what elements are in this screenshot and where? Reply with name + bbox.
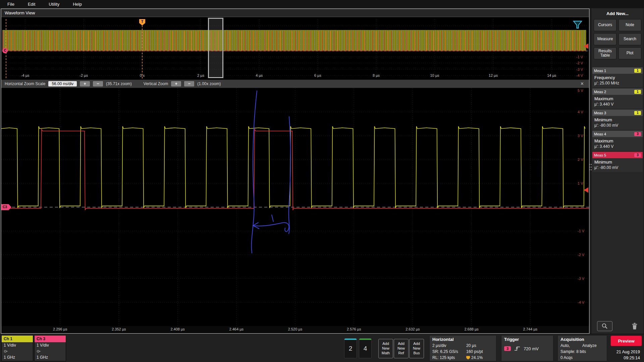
add-new-ref-button[interactable]: AddNewRef <box>394 339 409 358</box>
menu-file[interactable]: File <box>7 2 14 7</box>
add-search-button[interactable]: Search <box>619 33 641 45</box>
measurement-panel[interactable]: Meas 21Maximumµ': 3.440 V <box>592 88 643 109</box>
note-annotation-stroke[interactable] <box>253 223 282 229</box>
add-cursors-button[interactable]: Cursors <box>594 19 616 31</box>
menu-utility[interactable]: Utility <box>49 2 59 7</box>
horizontal-scale: 2 µs/div <box>432 343 466 348</box>
trigger-settings-panel[interactable]: Trigger 3 720 mV <box>501 335 553 361</box>
trigger-source-badge: 3 <box>504 346 511 351</box>
measurement-panel[interactable]: Meas 53Minimumµ': -80.00 mV <box>592 152 643 172</box>
add-measure-button[interactable]: Measure <box>594 33 616 45</box>
channel-4-label: 4 <box>364 345 367 352</box>
overview-channel-marker[interactable]: C <box>2 48 8 53</box>
channel-2-label: 2 <box>349 345 353 352</box>
channel-2-button[interactable]: 2 <box>344 338 357 358</box>
measurement-source-badge: 3 <box>634 153 641 157</box>
trigger-position-icon <box>466 356 470 360</box>
channel-1-bandwidth: 1 GHz <box>2 354 33 360</box>
add-new-bus-button[interactable]: AddNewBus <box>409 339 424 358</box>
channel-1-badge[interactable]: Ch 1 1 V/div 1 GHz <box>1 335 33 361</box>
measurement-name: Meas 1 <box>594 69 606 73</box>
main-time-label: 2.576 µs <box>340 327 367 331</box>
vertical-zoom-out-button[interactable]: − <box>184 81 194 86</box>
horizontal-title: Horizontal <box>432 337 493 342</box>
measurement-panel[interactable]: Meas 43Maximumµ': 3.440 V <box>592 131 643 151</box>
time-text: 09:25:14 <box>606 355 640 361</box>
overview-voltage-label: -3 V <box>576 67 583 71</box>
measurement-source-badge: 3 <box>634 132 641 136</box>
probe-symbol-icon <box>4 350 8 353</box>
measurement-value: µ': 3.440 V <box>592 143 643 151</box>
measurement-header[interactable]: Meas 31 <box>592 110 643 116</box>
channel-3-name[interactable]: Ch 3 <box>35 336 66 342</box>
main-voltage-label: -2 V <box>578 253 585 257</box>
acquisition-title: Acquisition <box>560 337 604 342</box>
sidebar-drag-handle[interactable] <box>589 163 592 172</box>
measurement-value: µ': 3.440 V <box>592 101 643 109</box>
zoom-search-button[interactable] <box>597 321 612 331</box>
measurement-header[interactable]: Meas 21 <box>592 88 643 95</box>
horizontal-record-length: RL: 125 kpts <box>432 355 466 360</box>
overview-voltage-label: -4 V <box>576 73 583 77</box>
main-voltage-label: 4 V <box>578 110 583 114</box>
close-zoom-icon[interactable]: × <box>579 81 586 87</box>
vertical-zoom-in-button[interactable]: + <box>171 81 181 86</box>
horizontal-zoom-in-button[interactable]: + <box>80 81 90 86</box>
measurement-header[interactable]: Meas 11 <box>592 67 643 74</box>
trigger-level-arrow[interactable] <box>584 187 588 193</box>
menu-edit[interactable]: Edit <box>28 2 35 7</box>
main-plot[interactable]: 5 V4 V3 V2 V1 V-1 V-2 V-3 V-4 V C3 2.296… <box>1 88 589 333</box>
measurement-name: Meas 4 <box>594 132 606 136</box>
main-voltage-label: 1 V <box>578 181 583 185</box>
horizontal-settings-panel[interactable]: Horizontal 2 µs/div 20 µs SR: 6.25 GS/s … <box>429 335 496 361</box>
menu-bar: File Edit Utility Help <box>0 0 644 8</box>
probe-symbol-icon <box>37 350 41 353</box>
waveform-view-panel: Waveform View -1 V-2 V-3 V-4 V -4 µs-2 µ… <box>1 8 590 334</box>
horizontal-zoom-scale-value[interactable]: 56.00 ns/div <box>48 81 77 86</box>
note-annotation-stroke[interactable] <box>272 215 273 222</box>
channel-1-name[interactable]: Ch 1 <box>2 336 33 342</box>
horizontal-zoom-out-button[interactable]: − <box>93 81 103 86</box>
note-annotation-stroke[interactable] <box>289 117 290 234</box>
measurement-source-badge: 1 <box>634 69 641 73</box>
measurement-type: Minimum <box>592 158 643 165</box>
vertical-zoom-factor: (1.00x zoom) <box>197 81 221 86</box>
note-annotation-stroke[interactable] <box>282 223 289 232</box>
horizontal-position: 24.1% <box>471 355 483 360</box>
main-time-label: 2.464 µs <box>223 327 250 331</box>
channel-3-badge[interactable]: Ch 3 1 V/div 1 GHz <box>34 335 66 361</box>
channel-3-bandwidth: 1 GHz <box>35 354 66 360</box>
add-new-title: Add New... <box>592 8 643 16</box>
main-voltage-label: 2 V <box>578 158 583 162</box>
zoom-window-box[interactable] <box>208 18 223 78</box>
horizontal-zoom-scale-label: Horizontal Zoom Scale <box>5 81 45 86</box>
main-time-label: 2.352 µs <box>105 327 132 331</box>
main-waveform-svg: 5 V4 V3 V2 V1 V-1 V-2 V-3 V-4 V <box>1 88 589 326</box>
magnifier-icon <box>601 323 608 329</box>
overview-voltage-label: -2 V <box>576 61 583 65</box>
add-plot-button[interactable]: Plot <box>619 47 641 59</box>
channel-4-button[interactable]: 4 <box>359 338 372 358</box>
zoom-overview-icon[interactable] <box>574 21 582 28</box>
waveform-view-title: Waveform View <box>1 9 589 17</box>
preview-button[interactable]: Preview <box>610 336 642 346</box>
main-time-axis: 2.296 µs2.352 µs2.408 µs2.464 µs2.520 µs… <box>1 326 589 333</box>
results-sidebar: Add New... Cursors Note Measure Search R… <box>592 8 643 334</box>
overview-plot[interactable]: -1 V-2 V-3 V-4 V -4 µs-2 µs0 s2 µs4 µs6 … <box>1 17 589 79</box>
measurement-panel[interactable]: Meas 11Frequencyµ': 25.00 MHz <box>592 67 643 87</box>
trash-icon[interactable] <box>631 322 638 330</box>
menu-help[interactable]: Help <box>73 2 82 7</box>
measurement-type: Maximum <box>592 137 643 143</box>
acquisition-settings-panel[interactable]: Acquisition Auto, Analyze Sample: 8 bits… <box>557 335 607 361</box>
add-note-button[interactable]: Note <box>619 19 641 31</box>
acquisition-mode: Auto, <box>560 343 582 348</box>
acquisition-count: 0 Acqs <box>560 355 604 360</box>
measurement-header[interactable]: Meas 53 <box>592 152 643 158</box>
overview-voltage-label: -1 V <box>576 55 583 59</box>
add-results-table-button[interactable]: Results Table <box>594 47 616 59</box>
channel-1-scale: 1 V/div <box>2 342 33 348</box>
overview-waveform-svg: -1 V-2 V-3 V-4 V <box>1 17 589 79</box>
measurement-header[interactable]: Meas 43 <box>592 131 643 137</box>
measurement-panel[interactable]: Meas 31Minimumµ': -80.00 mV <box>592 110 643 130</box>
add-new-math-button[interactable]: AddNewMath <box>378 339 393 358</box>
